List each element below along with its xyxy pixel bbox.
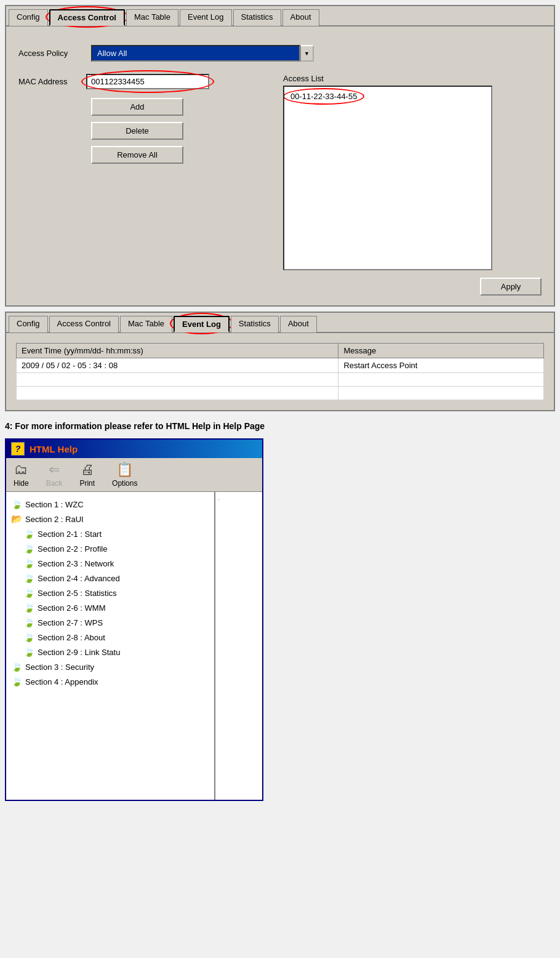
toolbar-back-btn[interactable]: ⇐ Back xyxy=(46,462,63,488)
access-list-box: 00-11-22-33-44-55 xyxy=(283,86,492,270)
mac-buttons-col: MAC Address Add Delete Remove All xyxy=(18,74,283,164)
book-icon-11: 🍃 xyxy=(11,661,23,672)
table-row-2 xyxy=(17,387,544,400)
mac-address-row: MAC Address xyxy=(18,74,283,89)
back-icon: ⇐ xyxy=(49,462,60,478)
access-policy-arrow[interactable]: ▼ xyxy=(300,45,314,62)
event-time-2 xyxy=(17,387,338,400)
tree-item-9[interactable]: 🍃 Section 2-8 : About xyxy=(9,630,212,645)
help-icon-text: ? xyxy=(15,444,21,454)
tree-label-3: Section 2-2 : Profile xyxy=(38,544,107,553)
access-list-col: Access List 00-11-22-33-44-55 xyxy=(283,74,542,270)
tree-label-8: Section 2-7 : WPS xyxy=(38,618,103,627)
book-icon-3: 🍃 xyxy=(23,543,35,554)
access-list-item-0: 00-11-22-33-44-55 xyxy=(290,92,357,101)
html-help-window: ? HTML Help 🗂 Hide ⇐ Back 🖨 Print 📋 Opti… xyxy=(5,438,263,801)
instruction-text: 4: For more information please refer to … xyxy=(0,416,560,433)
tree-item-0[interactable]: 🍃 Section 1 : WZC xyxy=(9,497,212,512)
tree-item-11[interactable]: 🍃 Section 3 : Security xyxy=(9,659,212,674)
tree-label-5: Section 2-4 : Advanced xyxy=(38,574,120,583)
help-right-dot: · xyxy=(218,496,220,503)
access-policy-select-wrapper: Allow All ▼ xyxy=(91,45,314,62)
help-titlebar: ? HTML Help xyxy=(6,440,262,458)
tab-statistics-1[interactable]: Statistics xyxy=(233,9,281,26)
access-list-item-wrapper: 00-11-22-33-44-55 xyxy=(287,89,489,103)
access-policy-label: Access Policy xyxy=(18,49,86,58)
tree-label-12: Section 4 : Appendix xyxy=(25,677,98,686)
event-log-table: Event Time (yy/mm/dd- hh:mm:ss) Message … xyxy=(16,343,544,400)
tree-item-5[interactable]: 🍃 Section 2-4 : Advanced xyxy=(9,571,212,586)
tab-about-1[interactable]: About xyxy=(282,9,319,26)
options-icon: 📋 xyxy=(116,462,133,478)
tab-event-log[interactable]: Event Log xyxy=(174,316,230,332)
tab-event-log-1[interactable]: Event Log xyxy=(180,9,232,26)
event-log-panel: Config Access Control Mac Table Event Lo… xyxy=(5,312,555,411)
tree-item-8[interactable]: 🍃 Section 2-7 : WPS xyxy=(9,615,212,630)
col-message: Message xyxy=(338,344,544,358)
tab-access-control-wrapper: Access Control xyxy=(49,9,125,25)
toolbar-print-btn[interactable]: 🖨 Print xyxy=(79,462,95,488)
table-row-1 xyxy=(17,373,544,387)
tab-mac-table-2[interactable]: Mac Table xyxy=(120,316,172,332)
options-label: Options xyxy=(112,479,137,488)
tab-config-1[interactable]: Config xyxy=(9,9,48,26)
event-message-2 xyxy=(338,387,544,400)
book-icon-6: 🍃 xyxy=(23,587,35,598)
remove-all-button[interactable]: Remove All xyxy=(91,146,183,164)
event-time-1 xyxy=(17,373,338,387)
apply-button[interactable]: Apply xyxy=(480,278,542,296)
tab-access-control[interactable]: Access Control xyxy=(49,9,125,26)
access-item-00: 00-11-22-33-44-55 xyxy=(290,92,357,101)
tree-item-3[interactable]: 🍃 Section 2-2 : Profile xyxy=(9,541,212,556)
delete-button[interactable]: Delete xyxy=(91,122,183,140)
panel1-body: Access Policy Allow All ▼ MAC Address Ad… xyxy=(6,26,554,305)
tab-config-2[interactable]: Config xyxy=(9,316,48,332)
hide-label: Hide xyxy=(14,479,29,488)
tab-statistics-2[interactable]: Statistics xyxy=(231,316,279,332)
tree-item-6[interactable]: 🍃 Section 2-5 : Statistics xyxy=(9,586,212,600)
tree-item-10[interactable]: 🍃 Section 2-9 : Link Statu xyxy=(9,645,212,659)
mac-address-input[interactable] xyxy=(86,74,209,89)
tab-event-log-wrapper: Event Log xyxy=(174,315,230,332)
tree-label-1: Section 2 : RaUI xyxy=(25,515,84,524)
print-icon: 🖨 xyxy=(81,462,94,478)
add-button[interactable]: Add xyxy=(91,98,183,116)
tree-label-11: Section 3 : Security xyxy=(25,662,94,672)
tree-label-0: Section 1 : WZC xyxy=(25,500,84,509)
print-label: Print xyxy=(79,479,95,488)
tree-item-4[interactable]: 🍃 Section 2-3 : Network xyxy=(9,556,212,571)
toolbar-hide-btn[interactable]: 🗂 Hide xyxy=(14,462,29,488)
access-policy-row: Access Policy Allow All ▼ xyxy=(18,45,542,62)
tree-label-2: Section 2-1 : Start xyxy=(38,529,102,539)
panel2-body: Event Time (yy/mm/dd- hh:mm:ss) Message … xyxy=(6,333,554,410)
tree-item-7[interactable]: 🍃 Section 2-6 : WMM xyxy=(9,600,212,615)
access-policy-value[interactable]: Allow All xyxy=(91,45,300,62)
tab-access-control-2[interactable]: Access Control xyxy=(49,316,119,332)
tree-label-9: Section 2-8 : About xyxy=(38,633,105,642)
book-icon-0: 🍃 xyxy=(11,499,23,510)
tree-label-6: Section 2-5 : Statistics xyxy=(38,589,117,598)
table-row-0: 2009 / 05 / 02 - 05 : 34 : 08 Restart Ac… xyxy=(17,358,544,373)
help-window-icon: ? xyxy=(11,442,25,456)
book-icon-2: 🍃 xyxy=(23,528,35,539)
tree-label-7: Section 2-6 : WMM xyxy=(38,603,106,613)
tree-item-1[interactable]: 📂 Section 2 : RaUI xyxy=(9,512,212,526)
book-icon-9: 🍃 xyxy=(23,632,35,643)
access-control-panel: Config Access Control Mac Table Event Lo… xyxy=(5,5,555,307)
book-icon-4: 🍃 xyxy=(23,558,35,569)
access-list-label: Access List xyxy=(283,74,542,83)
tab-bar-2: Config Access Control Mac Table Event Lo… xyxy=(6,313,554,333)
book-open-icon-1: 📂 xyxy=(11,513,23,525)
tree-item-2[interactable]: 🍃 Section 2-1 : Start xyxy=(9,526,212,541)
help-content: 🍃 Section 1 : WZC 📂 Section 2 : RaUI 🍃 S… xyxy=(6,492,262,800)
tree-label-4: Section 2-3 : Network xyxy=(38,559,114,568)
help-toolbar: 🗂 Hide ⇐ Back 🖨 Print 📋 Options xyxy=(6,458,262,492)
tree-label-10: Section 2-9 : Link Statu xyxy=(38,648,120,657)
tab-about-2[interactable]: About xyxy=(280,316,317,332)
tree-item-12[interactable]: 🍃 Section 4 : Appendix xyxy=(9,674,212,689)
action-buttons: Add Delete Remove All xyxy=(91,98,283,164)
tab-mac-table-1[interactable]: Mac Table xyxy=(126,9,178,26)
mac-access-row: MAC Address Add Delete Remove All Access… xyxy=(18,74,542,270)
toolbar-options-btn[interactable]: 📋 Options xyxy=(112,462,137,488)
event-message-0: Restart Access Point xyxy=(338,358,544,373)
